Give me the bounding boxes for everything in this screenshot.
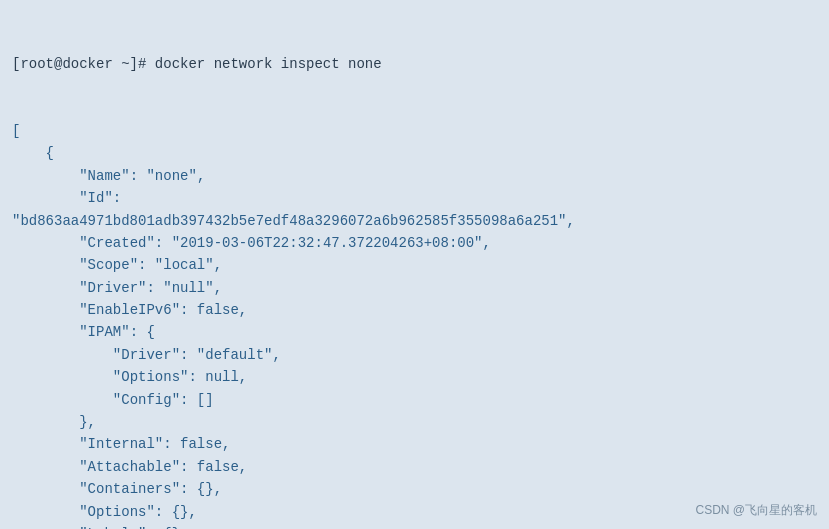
terminal-line: "Config": [] — [12, 389, 817, 411]
command-prompt: [root@docker ~]# docker network inspect … — [12, 53, 817, 75]
terminal-line: "Options": null, — [12, 366, 817, 388]
terminal-line: "IPAM": { — [12, 321, 817, 343]
watermark: CSDN @飞向星的客机 — [695, 502, 817, 519]
terminal-line: "Name": "none", — [12, 165, 817, 187]
terminal-window: [root@docker ~]# docker network inspect … — [0, 0, 829, 529]
terminal-line: "Created": "2019-03-06T22:32:47.37220426… — [12, 232, 817, 254]
terminal-line: "Id": — [12, 187, 817, 209]
terminal-output: [ { "Name": "none", "Id":"bd863aa4971bd8… — [12, 120, 817, 529]
terminal-line: "Driver": "default", — [12, 344, 817, 366]
terminal-content: [root@docker ~]# docker network inspect … — [12, 8, 817, 120]
terminal-line: "bd863aa4971bd801adb397432b5e7edf48a3296… — [12, 210, 817, 232]
terminal-line: { — [12, 142, 817, 164]
terminal-line: "Driver": "null", — [12, 277, 817, 299]
terminal-line: "EnableIPv6": false, — [12, 299, 817, 321]
terminal-line: "Internal": false, — [12, 433, 817, 455]
terminal-line: "Attachable": false, — [12, 456, 817, 478]
terminal-line: }, — [12, 411, 817, 433]
terminal-line: "Scope": "local", — [12, 254, 817, 276]
terminal-line: "Labels": {} — [12, 523, 817, 529]
terminal-line: [ — [12, 120, 817, 142]
terminal-line: "Containers": {}, — [12, 478, 817, 500]
